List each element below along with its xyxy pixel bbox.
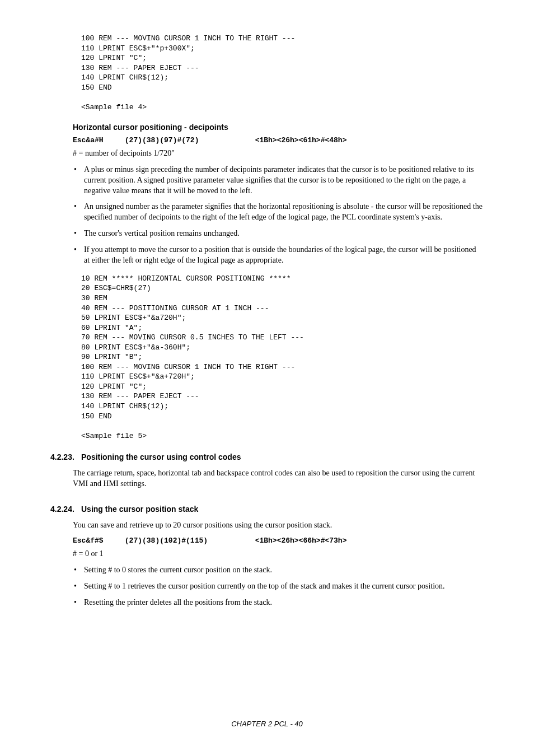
cmd-name: Esc&f#S (73, 536, 120, 546)
section-body-4223: The carriage return, space, horizontal t… (73, 468, 484, 489)
command-line-decipoints: Esc&a#H (27)(38)(97)#(72) <1Bh><26h><61h… (73, 136, 484, 146)
section-title-4224: 4.2.24.Using the cursor position stack (50, 504, 484, 515)
list-item: Resetting the printer deletes all the po… (73, 598, 484, 608)
cmd-hex: <1Bh><26h><61h>#<48h> (255, 136, 347, 144)
section-body-4224: You can save and retrieve up to 20 curso… (73, 520, 484, 531)
command-line-stack: Esc&f#S (27)(38)(102)#(115) <1Bh><26h><6… (73, 536, 484, 546)
hash-description: # = number of decipoints 1/720" (73, 148, 484, 159)
section-title-4223: 4.2.23.Positioning the cursor using cont… (50, 452, 484, 463)
list-item: Setting # to 1 retrieves the cursor posi… (73, 581, 484, 592)
list-item: A plus or minus sign preceding the numbe… (73, 165, 484, 197)
page-footer: CHAPTER 2 PCL - 40 (0, 719, 534, 729)
cmd-dec: (27)(38)(97)#(72) (125, 136, 251, 146)
code-block-2: 10 REM ***** HORIZONTAL CURSOR POSITIONI… (81, 274, 484, 441)
section-heading: Using the cursor position stack (81, 505, 198, 514)
list-item: Setting # to 0 stores the current cursor… (73, 565, 484, 576)
cmd-dec: (27)(38)(102)#(115) (125, 536, 251, 546)
cmd-hex: <1Bh><26h><66h>#<73h> (255, 536, 347, 545)
code-block-1: 100 REM --- MOVING CURSOR 1 INCH TO THE … (81, 34, 484, 112)
section-title-decipoints: Horizontal cursor positioning - decipoin… (73, 122, 484, 133)
section-number: 4.2.24. (50, 504, 81, 515)
bullet-list-stack: Setting # to 0 stores the current cursor… (73, 565, 484, 608)
list-item: An unsigned number as the parameter sign… (73, 202, 484, 223)
section-heading: Positioning the cursor using control cod… (81, 452, 241, 461)
section-number: 4.2.23. (50, 452, 81, 463)
bullet-list-decipoints: A plus or minus sign preceding the numbe… (73, 165, 484, 266)
hash-description-4224: # = 0 or 1 (73, 548, 484, 559)
list-item: If you attempt to move the cursor to a p… (73, 245, 484, 266)
cmd-name: Esc&a#H (73, 136, 120, 146)
list-item: The cursor's vertical position remains u… (73, 228, 484, 239)
